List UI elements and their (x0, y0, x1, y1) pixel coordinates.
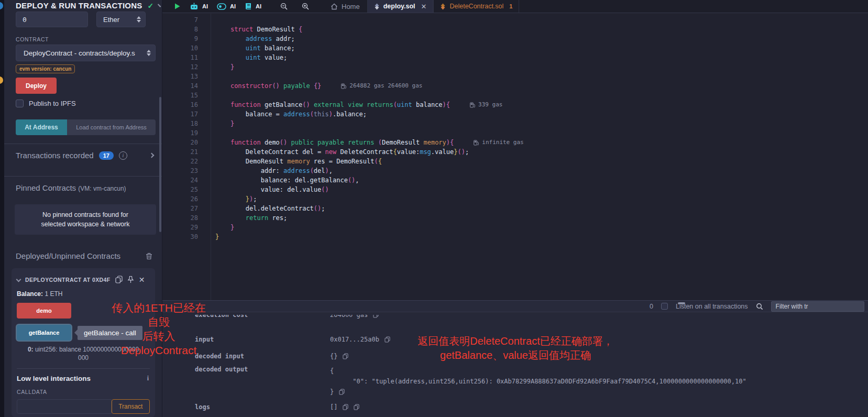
plugin-dot-orange-icon[interactable] (0, 76, 3, 84)
code-line[interactable]: 20 function demo() public payable return… (162, 138, 868, 147)
getbalance-function-button[interactable]: getBalance (17, 325, 71, 341)
tab-deploy-sol[interactable]: deploy.sol ✕ (367, 0, 434, 13)
info-icon[interactable]: i (147, 375, 149, 382)
transactions-recorded-label: Transactions recorded (16, 151, 94, 160)
panel-title: DEPLOY & RUN TRANSACTIONS (16, 1, 142, 10)
divider (17, 368, 150, 369)
stepper-arrows-icon[interactable] (147, 50, 151, 56)
panel-expand-chevron-icon[interactable] (158, 4, 161, 7)
code-line[interactable]: 13 (162, 72, 868, 81)
copy-icon[interactable] (354, 404, 359, 410)
publish-ipfs-label: Publish to IPFS (29, 100, 76, 107)
code-text: struct DemoResult { (198, 25, 302, 34)
code-line[interactable]: 21 DeleteContract del = new DeleteContra… (162, 147, 868, 157)
code-text (198, 91, 215, 100)
trash-icon[interactable] (146, 253, 152, 260)
collapse-contract-chevron-icon[interactable] (16, 277, 21, 282)
deployed-contract-card: DEPLOYCONTRACT AT 0XD4F ✕ Balance: 1 ETH… (12, 268, 155, 417)
info-icon[interactable]: i (119, 151, 127, 160)
network-label: (VM: vm-cancun) (78, 185, 126, 192)
terminal-row-label: execution cost (195, 315, 248, 319)
ai-robot-icon[interactable] (190, 3, 199, 10)
code-line[interactable]: 14 constructor() payable {}264882 gas 26… (162, 81, 868, 91)
editor-tabbar: AI AI AI (162, 0, 868, 13)
value-input[interactable] (16, 12, 88, 27)
copy-icon[interactable] (343, 353, 348, 359)
code-text: del.deleteContract(); (198, 204, 325, 213)
expand-chevron-icon[interactable] (149, 153, 155, 158)
line-number: 25 (162, 185, 198, 194)
code-line[interactable]: 17 balance = address(this).balance; (162, 109, 868, 119)
code-line[interactable]: 29 } (162, 223, 868, 232)
code-line[interactable]: 11 uint value; (162, 53, 868, 62)
line-number: 28 (162, 213, 198, 223)
line-number: 23 (162, 166, 198, 175)
tab-deletecontract-sol[interactable]: DeleteContract.sol 1 (433, 0, 519, 13)
code-line[interactable]: 27 del.deleteContract(); (162, 204, 868, 213)
code-line[interactable]: 23 addr: address(del), (162, 166, 868, 175)
code-line[interactable]: 19 (162, 128, 868, 138)
code-line[interactable]: 9 address addr; (162, 34, 868, 43)
close-contract-icon[interactable]: ✕ (139, 276, 145, 283)
transact-button[interactable]: Transact (112, 399, 150, 414)
at-address-button[interactable]: At Address (16, 119, 67, 135)
stepper-arrows-icon[interactable] (137, 16, 141, 23)
divider (4, 176, 162, 177)
code-line[interactable]: 24 balance: del.getBalance(), (162, 175, 868, 185)
plugin-dot-blue-icon[interactable] (0, 2, 3, 9)
listen-all-checkbox[interactable] (661, 303, 668, 310)
code-line[interactable]: 8 struct DemoResult { (162, 25, 868, 34)
gas-pump-icon (341, 83, 346, 89)
copy-icon[interactable] (339, 389, 345, 395)
zoom-out-icon[interactable] (280, 3, 288, 10)
copy-address-icon[interactable] (115, 276, 123, 283)
code-line[interactable]: 12 } (162, 62, 868, 72)
search-icon[interactable] (756, 303, 763, 310)
contract-select[interactable]: DeployContract - contracts/deploy.s (16, 45, 156, 61)
pin-icon[interactable] (127, 276, 134, 283)
terminal-row-label: decoded output (195, 366, 248, 373)
code-text: } (198, 119, 234, 128)
demo-function-button[interactable]: demo (17, 303, 71, 319)
publish-ipfs-row[interactable]: Publish to IPFS (16, 100, 156, 107)
code-line[interactable]: 16 function getBalance() external view r… (162, 100, 868, 109)
calldata-input[interactable] (17, 399, 112, 414)
code-line[interactable]: 22 DemoResult memory res = DemoResult({ (162, 157, 868, 166)
tab-home[interactable]: Home (323, 0, 367, 13)
line-number: 19 (162, 128, 198, 138)
line-number: 12 (162, 62, 198, 72)
code-text: } (198, 223, 234, 232)
copy-icon[interactable] (343, 404, 348, 410)
terminal-header: 0 Listen on all transactions (162, 301, 868, 312)
publish-ipfs-checkbox[interactable] (16, 100, 24, 107)
line-number: 17 (162, 109, 198, 119)
deploy-button[interactable]: Deploy (16, 78, 57, 94)
code-line[interactable]: 25 value: del.value() (162, 185, 868, 194)
code-line[interactable]: 10 uint balance; (162, 43, 868, 53)
code-line[interactable]: 30} (162, 232, 868, 242)
code-text: addr: address(del), (198, 166, 333, 175)
code-line[interactable]: 26 }); (162, 194, 868, 204)
home-icon (331, 3, 338, 10)
run-script-icon[interactable] (174, 3, 181, 10)
code-line[interactable]: 28 return res; (162, 213, 868, 223)
terminal-resize-handle[interactable] (678, 302, 685, 304)
transactions-recorded-row[interactable]: Transactions recorded 17 i (16, 151, 156, 160)
code-editor[interactable]: 78 struct DemoResult {9 address addr;10 … (162, 14, 868, 300)
code-text: address addr; (198, 34, 295, 43)
code-text: function demo() public payable returns (… (198, 138, 454, 147)
code-line[interactable]: 15 (162, 91, 868, 100)
divider (4, 144, 162, 144)
ai-book-icon[interactable] (245, 3, 252, 10)
sidebar-scrollbar[interactable] (159, 97, 161, 232)
code-line[interactable]: 18 } (162, 119, 868, 128)
close-tab-icon[interactable]: ✕ (421, 3, 427, 10)
unit-select[interactable]: Ether (96, 12, 146, 27)
copy-icon[interactable] (384, 336, 390, 343)
zoom-in-icon[interactable] (302, 3, 310, 10)
line-number: 14 (162, 81, 198, 91)
terminal-filter-input[interactable] (771, 301, 864, 312)
copy-icon[interactable] (373, 315, 379, 318)
code-line[interactable]: 7 (162, 15, 868, 25)
ai-toggle-icon[interactable] (217, 3, 226, 10)
